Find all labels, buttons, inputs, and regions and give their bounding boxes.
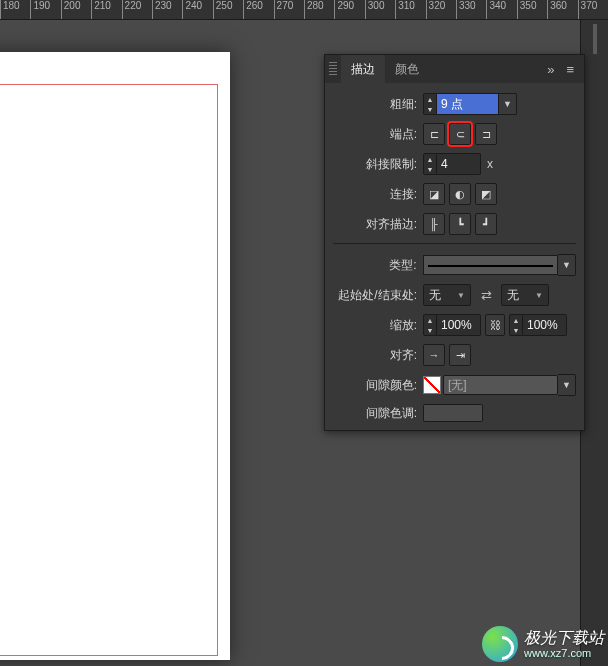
ruler-tick: 360 — [547, 0, 567, 20]
ruler-tick: 310 — [395, 0, 415, 20]
cap-butt-button[interactable]: ⊏ — [423, 123, 445, 145]
miter-suffix: x — [487, 157, 493, 171]
join-miter-button[interactable]: ◪ — [423, 183, 445, 205]
weight-dropdown-icon[interactable]: ▼ — [499, 93, 517, 115]
align-center-button[interactable]: ╟ — [423, 213, 445, 235]
weight-spinner[interactable]: ▲▼ — [423, 93, 437, 115]
ruler-tick: 180 — [0, 0, 20, 20]
stroke-panel: 描边 颜色 » ≡ 粗细: ▲▼ 9 点 ▼ 端点: ⊏ ⊂ ⊐ 斜接限制: ▲… — [324, 54, 585, 431]
ruler-tick: 220 — [122, 0, 142, 20]
panel-grip-icon[interactable] — [329, 62, 337, 76]
watermark-url: www.xz7.com — [524, 647, 604, 659]
cap-round-button[interactable]: ⊂ — [449, 123, 471, 145]
tab-stroke[interactable]: 描边 — [341, 55, 385, 84]
watermark: 极光下载站 www.xz7.com — [482, 626, 604, 662]
ruler-tick: 290 — [334, 0, 354, 20]
ruler-tick: 340 — [486, 0, 506, 20]
row-type: 类型: ▼ — [333, 254, 576, 276]
watermark-logo-icon — [482, 626, 518, 662]
align-stroke-label: 对齐描边: — [333, 216, 423, 233]
row-miter: 斜接限制: ▲▼ 4 x — [333, 153, 576, 175]
row-gap-color: 间隙颜色: [无] ▼ — [333, 374, 576, 396]
panel-header: 描边 颜色 » ≡ — [325, 55, 584, 83]
miter-input[interactable]: 4 — [437, 153, 481, 175]
ruler-tick: 200 — [61, 0, 81, 20]
stroke-type-preview[interactable] — [423, 255, 558, 275]
cap-projecting-button[interactable]: ⊐ — [475, 123, 497, 145]
link-scale-icon[interactable]: ⛓ — [485, 314, 505, 336]
join-bevel-button[interactable]: ◩ — [475, 183, 497, 205]
gap-tint-label: 间隙色调: — [333, 405, 423, 422]
align-inside-button[interactable]: ┗ — [449, 213, 471, 235]
start-end-label: 起始处/结束处: — [333, 287, 423, 304]
align-label: 对齐: — [333, 347, 423, 364]
gap-color-dropdown-icon[interactable]: ▼ — [558, 374, 576, 396]
gap-color-select[interactable]: [无] — [443, 375, 558, 395]
type-label: 类型: — [333, 257, 423, 274]
join-round-button[interactable]: ◐ — [449, 183, 471, 205]
divider — [333, 243, 576, 244]
row-gap-tint: 间隙色调: — [333, 404, 576, 422]
row-cap: 端点: ⊏ ⊂ ⊐ — [333, 123, 576, 145]
weight-input[interactable]: 9 点 — [437, 93, 499, 115]
start-select[interactable]: 无▼ — [423, 284, 471, 306]
join-label: 连接: — [333, 186, 423, 203]
ruler-tick: 320 — [426, 0, 446, 20]
ruler-tick: 240 — [182, 0, 202, 20]
align-out-button[interactable]: → — [423, 344, 445, 366]
miter-label: 斜接限制: — [333, 156, 423, 173]
row-align-stroke: 对齐描边: ╟ ┗ ┛ — [333, 213, 576, 235]
watermark-title: 极光下载站 — [524, 629, 604, 647]
tab-color[interactable]: 颜色 — [385, 55, 429, 84]
horizontal-ruler: 1801902002102202302402502602702802903003… — [0, 0, 608, 20]
ruler-tick: 300 — [365, 0, 385, 20]
gap-color-label: 间隙颜色: — [333, 377, 423, 394]
ruler-tick: 250 — [213, 0, 233, 20]
ruler-tick: 350 — [517, 0, 537, 20]
align-outside-button[interactable]: ┛ — [475, 213, 497, 235]
row-scale: 缩放: ▲▼ 100% ⛓ ▲▼ 100% — [333, 314, 576, 336]
ruler-tick: 210 — [91, 0, 111, 20]
row-weight: 粗细: ▲▼ 9 点 ▼ — [333, 93, 576, 115]
row-align: 对齐: → ⇥ — [333, 344, 576, 366]
end-select[interactable]: 无▼ — [501, 284, 549, 306]
row-join: 连接: ◪ ◐ ◩ — [333, 183, 576, 205]
ruler-tick: 260 — [243, 0, 263, 20]
gap-color-none-icon — [423, 376, 441, 394]
scale-label: 缩放: — [333, 317, 423, 334]
cap-label: 端点: — [333, 126, 423, 143]
miter-spinner[interactable]: ▲▼ — [423, 153, 437, 175]
weight-label: 粗细: — [333, 96, 423, 113]
scale1-spinner[interactable]: ▲▼ — [423, 314, 437, 336]
scale1-input[interactable]: 100% — [437, 314, 481, 336]
type-dropdown-icon[interactable]: ▼ — [558, 254, 576, 276]
ruler-tick: 330 — [456, 0, 476, 20]
panel-menu-icon[interactable]: ≡ — [560, 62, 580, 77]
ruler-tick: 230 — [152, 0, 172, 20]
collapse-icon[interactable]: » — [541, 62, 560, 77]
gap-tint-slider[interactable] — [423, 404, 483, 422]
swap-arrow-icon[interactable]: ⇄ — [475, 284, 497, 306]
panel-body: 粗细: ▲▼ 9 点 ▼ 端点: ⊏ ⊂ ⊐ 斜接限制: ▲▼ 4 x 连接: … — [325, 83, 584, 430]
ruler-tick: 270 — [274, 0, 294, 20]
row-start-end: 起始处/结束处: 无▼ ⇄ 无▼ — [333, 284, 576, 306]
ruler-tick: 190 — [30, 0, 50, 20]
scale2-spinner[interactable]: ▲▼ — [509, 314, 523, 336]
ruler-tick: 280 — [304, 0, 324, 20]
scale2-input[interactable]: 100% — [523, 314, 567, 336]
document-page[interactable] — [0, 52, 230, 660]
ruler-tick: 370 — [578, 0, 598, 20]
align-in-button[interactable]: ⇥ — [449, 344, 471, 366]
